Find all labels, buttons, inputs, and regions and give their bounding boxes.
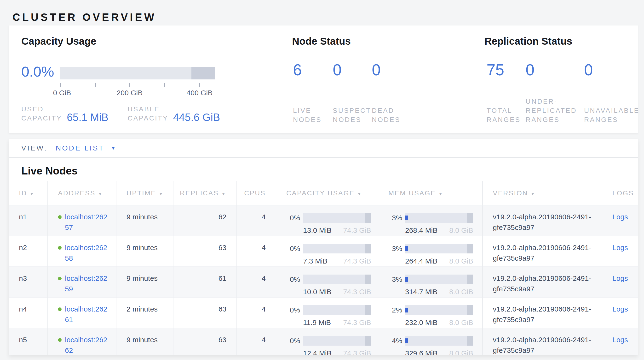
node-id: n3 — [9, 267, 48, 297]
node-uptime: 9 minutes — [116, 205, 173, 236]
logs-link[interactable]: Logs — [612, 244, 628, 252]
axis-tick — [164, 83, 165, 87]
node-version: v19.2.0-alpha.20190606-2491-gfe735c9a97 — [482, 328, 602, 355]
node-address-cell: localhost:26262 — [48, 328, 116, 355]
node-address-cell: localhost:26257 — [48, 205, 116, 236]
node-capacity-usage-cell: 0% 13.0 MiB74.3 GiB — [276, 205, 378, 236]
used-capacity-label: USED CAPACITY — [21, 105, 62, 123]
column-header-id[interactable]: ID▼ — [9, 181, 48, 205]
node-address-link[interactable]: localhost:26259 — [65, 273, 107, 294]
under-replicated-ranges-value: 0 — [526, 61, 584, 78]
node-mem-usage-cell: 3% 314.7 MiB8.0 GiB — [378, 267, 482, 297]
sort-arrow-icon: ▼ — [438, 191, 444, 196]
axis-tick — [95, 83, 96, 87]
unavailable-ranges-stat: 0 UNAVAILABLE RANGES — [584, 61, 642, 124]
capacity-bar — [303, 336, 371, 345]
node-uptime: 9 minutes — [116, 328, 173, 355]
node-id: n1 — [9, 205, 48, 236]
table-row: n4 localhost:26261 2 minutes 63 4 0% 11.… — [9, 297, 638, 328]
column-header-version[interactable]: VERSION▼ — [482, 181, 602, 205]
sort-arrow-icon: ▼ — [530, 191, 536, 196]
column-header-logs: LOGS — [602, 181, 638, 205]
live-status-dot-icon — [58, 246, 62, 250]
memory-bar — [405, 244, 473, 253]
live-nodes-table: ID▼ ADDRESS▼ UPTIME▼ REPLICAS▼ CPUS CAPA… — [9, 181, 638, 355]
capacity-bar — [303, 244, 371, 253]
view-selector-dropdown[interactable]: NODE LIST ▼ — [56, 144, 116, 152]
node-id: n2 — [9, 236, 48, 267]
dead-nodes-stat: 0 DEAD NODES — [372, 61, 420, 124]
node-status-stats: 6 LIVE NODES 0 SUSPECT NODES 0 DEAD NODE… — [293, 61, 420, 124]
node-address-link[interactable]: localhost:26261 — [65, 304, 107, 325]
column-header-address[interactable]: ADDRESS▼ — [48, 181, 116, 205]
node-replicas: 63 — [173, 328, 237, 355]
live-nodes-stat: 6 LIVE NODES — [293, 61, 333, 124]
total-ranges-value: 75 — [486, 61, 526, 78]
chevron-down-icon: ▼ — [111, 145, 116, 151]
node-cpus: 4 — [237, 267, 276, 297]
memory-bar — [405, 305, 473, 315]
logs-link[interactable]: Logs — [612, 274, 628, 282]
node-address-link[interactable]: localhost:26258 — [65, 242, 107, 264]
node-mem-usage-cell: 3% 268.4 MiB8.0 GiB — [378, 205, 482, 236]
sort-arrow-icon: ▼ — [30, 191, 35, 196]
table-row: n1 localhost:26257 9 minutes 62 4 0% 13.… — [9, 205, 638, 236]
suspect-nodes-stat: 0 SUSPECT NODES — [333, 61, 372, 124]
node-mem-usage-cell: 4% 329.6 MiB8.0 GiB — [378, 328, 482, 355]
node-version: v19.2.0-alpha.20190606-2491-gfe735c9a97 — [482, 267, 602, 297]
total-ranges-label: TOTAL RANGES — [486, 106, 520, 124]
dead-nodes-label: DEAD NODES — [372, 106, 403, 124]
replication-status-stats: 75 TOTAL RANGES 0 UNDER-REPLICATED RANGE… — [486, 61, 642, 124]
unavailable-ranges-label: UNAVAILABLE RANGES — [584, 106, 642, 124]
node-capacity-usage-cell: 0% 12.4 MiB74.3 GiB — [276, 328, 378, 355]
node-status-title: Node Status — [292, 36, 351, 47]
node-uptime: 9 minutes — [116, 267, 173, 297]
node-replicas: 62 — [173, 205, 237, 236]
suspect-nodes-label: SUSPECT NODES — [333, 106, 372, 124]
sort-arrow-icon: ▼ — [158, 191, 164, 196]
node-mem-usage-cell: 3% 264.4 MiB8.0 GiB — [378, 236, 482, 267]
node-replicas: 61 — [173, 267, 237, 297]
column-header-replicas[interactable]: REPLICAS▼ — [173, 181, 237, 205]
under-replicated-ranges-stat: 0 UNDER-REPLICATED RANGES — [526, 61, 584, 124]
under-replicated-ranges-label: UNDER-REPLICATED RANGES — [526, 97, 584, 124]
axis-tick-label-200: 200 GiB — [117, 89, 142, 97]
node-cpus: 4 — [237, 205, 276, 236]
logs-link[interactable]: Logs — [612, 336, 628, 344]
axis-tick — [60, 83, 61, 87]
used-capacity-value: 65.1 MiB — [67, 111, 108, 123]
capacity-bar — [303, 275, 371, 284]
logs-link[interactable]: Logs — [612, 213, 628, 221]
node-address-cell: localhost:26261 — [48, 297, 116, 328]
node-logs-cell: Logs — [602, 297, 638, 328]
node-capacity-usage-cell: 0% 10.0 MiB74.3 GiB — [276, 267, 378, 297]
node-replicas: 63 — [173, 297, 237, 328]
page-title: CLUSTER OVERVIEW — [12, 11, 156, 23]
replication-status-title: Replication Status — [484, 36, 572, 47]
usable-capacity-value: 445.6 GiB — [173, 111, 220, 123]
node-address-link[interactable]: localhost:26257 — [65, 212, 107, 233]
node-capacity-usage-cell: 0% 7.3 MiB74.3 GiB — [276, 236, 378, 267]
capacity-gauge-reserved-segment — [192, 67, 215, 79]
column-header-cpus: CPUS — [237, 181, 276, 205]
view-label: VIEW: — [21, 144, 48, 152]
column-header-uptime[interactable]: UPTIME▼ — [116, 181, 173, 205]
memory-bar — [405, 275, 473, 284]
live-status-dot-icon — [58, 307, 62, 311]
memory-bar — [405, 336, 473, 345]
live-nodes-value: 6 — [293, 61, 333, 78]
column-header-capacity-usage[interactable]: CAPACITY USAGE▼ — [276, 181, 378, 205]
logs-link[interactable]: Logs — [612, 305, 628, 313]
node-cpus: 4 — [237, 297, 276, 328]
axis-tick-label-400: 400 GiB — [187, 89, 212, 97]
column-header-mem-usage[interactable]: MEM USAGE▼ — [378, 181, 482, 205]
table-row: n2 localhost:26258 9 minutes 63 4 0% 7.3… — [9, 236, 638, 267]
table-header-row: ID▼ ADDRESS▼ UPTIME▼ REPLICAS▼ CPUS CAPA… — [9, 181, 638, 205]
memory-bar — [405, 213, 473, 223]
node-cpus: 4 — [237, 236, 276, 267]
node-logs-cell: Logs — [602, 205, 638, 236]
sort-arrow-icon: ▼ — [221, 191, 226, 196]
capacity-bar — [303, 305, 371, 315]
node-address-link[interactable]: localhost:26262 — [65, 334, 107, 355]
total-ranges-stat: 75 TOTAL RANGES — [486, 61, 526, 124]
